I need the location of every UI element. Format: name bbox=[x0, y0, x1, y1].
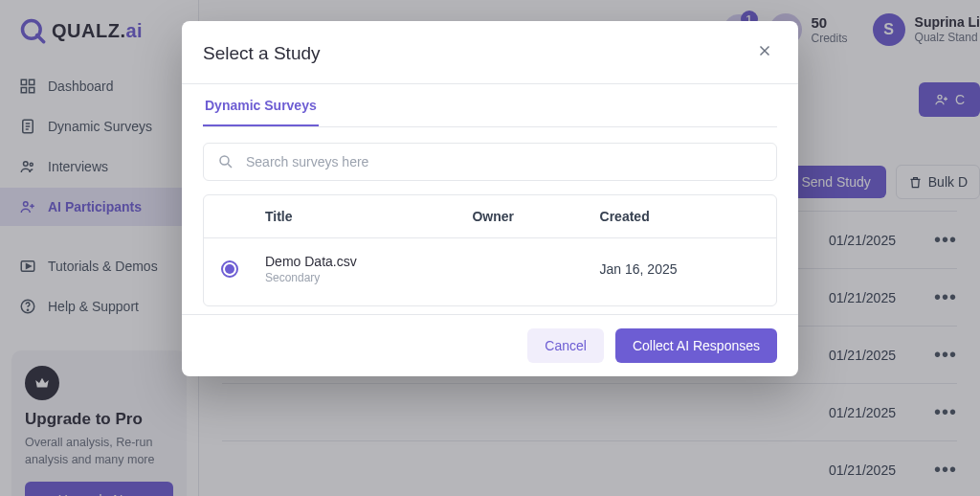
study-row[interactable]: Demo Data.csv Secondary Jan 16, 2025 bbox=[204, 238, 776, 305]
modal-close-button[interactable] bbox=[752, 38, 777, 68]
tab-dynamic-surveys[interactable]: Dynamic Surveys bbox=[203, 84, 319, 126]
modal-footer: Cancel Collect AI Responses bbox=[182, 314, 798, 376]
select-study-modal: Select a Study Dynamic Surveys Title Own… bbox=[182, 21, 798, 376]
search-input[interactable] bbox=[246, 154, 763, 169]
col-title: Title bbox=[265, 209, 472, 224]
search-icon bbox=[217, 153, 234, 170]
modal-header: Select a Study bbox=[182, 21, 798, 84]
col-owner: Owner bbox=[472, 209, 599, 224]
modal-overlay: Select a Study Dynamic Surveys Title Own… bbox=[0, 0, 980, 496]
modal-tabs: Dynamic Surveys bbox=[203, 84, 777, 127]
close-icon bbox=[756, 42, 773, 59]
modal-body: Dynamic Surveys Title Owner Created bbox=[182, 84, 798, 314]
study-radio[interactable] bbox=[221, 260, 238, 278]
svg-line-27 bbox=[228, 164, 232, 168]
modal-title: Select a Study bbox=[203, 43, 321, 64]
study-table-header: Title Owner Created bbox=[204, 195, 776, 238]
collect-responses-button[interactable]: Collect AI Responses bbox=[615, 328, 777, 363]
study-title: Demo Data.csv bbox=[265, 254, 472, 269]
search-box[interactable] bbox=[203, 143, 777, 181]
study-table: Title Owner Created Demo Data.csv Second… bbox=[203, 194, 777, 306]
study-created: Jan 16, 2025 bbox=[600, 261, 759, 277]
col-created: Created bbox=[600, 209, 759, 224]
svg-point-26 bbox=[220, 156, 229, 165]
study-subtitle: Secondary bbox=[265, 271, 472, 284]
cancel-button[interactable]: Cancel bbox=[527, 328, 604, 363]
